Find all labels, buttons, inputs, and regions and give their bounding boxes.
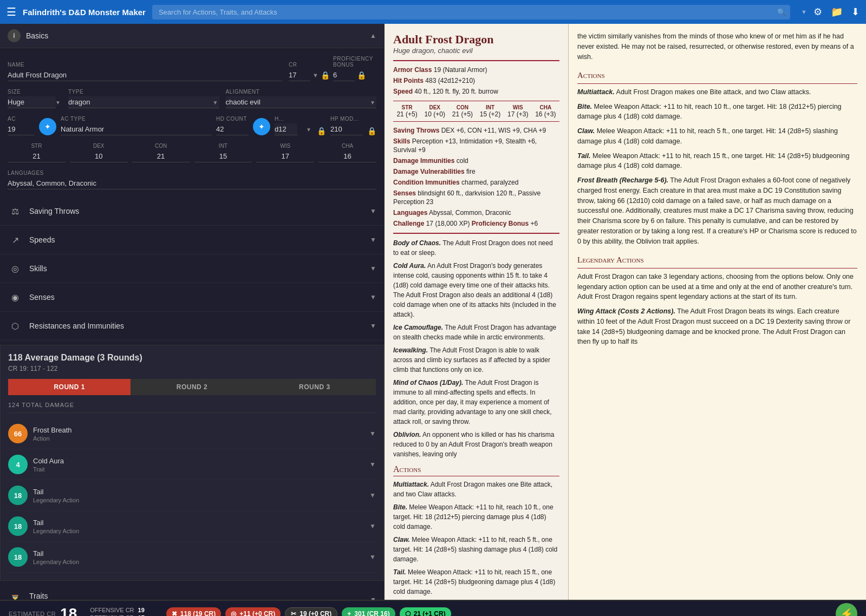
hp-mod-input[interactable] (330, 123, 363, 135)
dex-input[interactable] (70, 150, 128, 162)
cr-badge-1[interactable]: ◎+11 (+0 CR) (225, 607, 281, 616)
speeds-label: Speeds (29, 235, 55, 244)
settings-icon[interactable]: ⚙ (813, 6, 822, 18)
action-name-1: Cold Aura (33, 457, 364, 465)
sb-senses-text: Senses blindsight 60 ft., darkvision 120… (393, 189, 541, 206)
sb-ac-val: 19 (Natural Armor) (434, 66, 487, 74)
proficiency-input[interactable] (333, 69, 355, 81)
action-name-3: Tail (33, 519, 364, 527)
round1-tab[interactable]: ROUND 1 (8, 379, 131, 395)
cr-dropdown-icon[interactable]: ▼ (312, 72, 318, 78)
sb-saving-throws-text: Saving Throws DEX +6, CON +11, WIS +9, C… (393, 127, 546, 134)
skills-icon: ◎ (8, 261, 23, 276)
sb-stat-int: INT15 (+2) (480, 104, 500, 118)
action-row-0[interactable]: 66 Frost Breath Action ▼ (8, 418, 376, 449)
action-row-4[interactable]: 18 Tail Legendary Action ▼ (8, 542, 376, 573)
senses-icon: ◉ (8, 290, 23, 305)
ac-type-input[interactable] (61, 123, 212, 135)
basics-chevron-icon: ▲ (370, 32, 376, 40)
speeds-icon: ↗ (8, 232, 23, 247)
flavor-legendary-actions: Wing Attack (Costs 2 Actions). The Adult… (577, 306, 857, 347)
action-row-3[interactable]: 18 Tail Legendary Action ▼ (8, 511, 376, 542)
folder-icon[interactable]: 📁 (831, 6, 843, 18)
action-name-2: Tail (33, 488, 364, 496)
basics-title: Basics (26, 31, 48, 40)
alignment-select[interactable]: chaotic evillawful goodneutral (226, 96, 377, 108)
cr-badge-icon-4: ⬡ (405, 610, 411, 616)
skills-title: Skills (29, 264, 47, 273)
name-input[interactable] (8, 69, 282, 81)
action-row-2[interactable]: 18 Tail Legendary Action ▼ (8, 480, 376, 511)
sb-languages: Languages Abyssal, Common, Draconic (393, 208, 559, 218)
action-type-2: Legendary Action (33, 497, 364, 503)
action-type-4: Legendary Action (33, 559, 364, 565)
con-label: CON (132, 143, 190, 149)
cr-badge-2[interactable]: ✂19 (+0 CR) (285, 607, 337, 616)
action-info-3: Tail Legendary Action (33, 519, 364, 534)
collapsible-row-saving-throws[interactable]: ⚖ Saving Throws ▼ (0, 197, 384, 226)
hamburger-icon[interactable]: ☰ (6, 5, 16, 18)
action-row-1[interactable]: 4 Cold Aura Trait ▼ (8, 449, 376, 480)
collapsible-row-traits[interactable]: ⏳ Traits Always active passive abilities… (0, 585, 384, 600)
hd-wand-button[interactable]: ✦ (253, 118, 270, 135)
cr-badge-icon-3: + (347, 610, 351, 616)
speeds-chevron-icon: ▼ (370, 236, 376, 244)
round3-tab[interactable]: ROUND 3 (253, 379, 376, 395)
flavor-action-0: Multiattack. Adult Frost Dragon makes on… (577, 87, 857, 97)
hd-count-input[interactable] (216, 123, 249, 135)
action-chevron-3-icon: ▼ (369, 522, 376, 530)
cr-badge-text-1: +11 (+0 CR) (239, 610, 275, 616)
hp-mod-lock-icon[interactable]: 🔒 (367, 127, 376, 135)
basics-section-header[interactable]: i Basics ▲ (0, 24, 384, 48)
ac-input[interactable] (8, 123, 35, 135)
download-icon[interactable]: ⬇ (851, 6, 860, 18)
cr-badge-4[interactable]: ⬡21 (+1 CR) (400, 607, 451, 616)
hp-lock-icon[interactable]: 🔒 (317, 127, 326, 135)
senses-chevron-icon: ▼ (370, 293, 376, 301)
collapsible-row-senses[interactable]: ◉ Senses ▼ (0, 283, 384, 312)
action-type-3: Legendary Action (33, 528, 364, 534)
action-badge-2: 18 (8, 486, 28, 505)
dropdown-arrow-icon[interactable]: ▼ (801, 9, 807, 15)
sb-actions-title: Actions (393, 464, 559, 476)
cr-bar: ESTIMATED CR 18 OFFENSIVE CR 19 DEFENSIV… (0, 600, 866, 616)
sb-dmg-vuln: Damage Vulnerabilities fire (393, 167, 559, 176)
languages-input[interactable] (8, 178, 376, 189)
str-input[interactable] (8, 150, 66, 162)
collapsible-row-skills[interactable]: ◎ Skills ▼ (0, 254, 384, 283)
wis-input[interactable] (256, 150, 314, 162)
cr-badge-text-3: 301 (CR 16) (354, 610, 389, 616)
fab-button[interactable]: ⚡ (836, 603, 857, 616)
proficiency-lock-icon[interactable]: 🔒 (357, 71, 366, 80)
collapsible-row-resistances[interactable]: ⬡ Resistances and Immunities ▼ (0, 312, 384, 340)
sb-stat-con: CON21 (+5) (452, 104, 473, 118)
estimated-cr: ESTIMATED CR 18 (9, 605, 77, 616)
con-input[interactable] (132, 150, 190, 162)
proficiency-wrapper: 🔒 (333, 69, 376, 81)
cr-input[interactable] (289, 69, 310, 81)
collapsible-row-speeds[interactable]: ↗ Speeds ▼ (0, 226, 384, 254)
search-input[interactable] (152, 5, 790, 19)
type-select[interactable]: dragonbeasthumanoid (68, 96, 219, 108)
round2-tab[interactable]: ROUND 2 (131, 379, 253, 395)
search-wrapper: 🔍 (152, 5, 790, 19)
con-score: CON (132, 143, 190, 162)
cr-badge-3[interactable]: +301 (CR 16) (342, 607, 395, 616)
collapsible-left-skills: ◎ Skills (8, 261, 47, 276)
sb-trait-2: Ice Camouflage. The Adult Frost Dragon h… (393, 323, 559, 342)
size-select[interactable]: HugeTinySmall MediumLargeGargantuan (8, 96, 56, 108)
int-input[interactable] (194, 150, 252, 162)
cr-badge-0[interactable]: ✖118 (19 CR) (166, 607, 221, 616)
cr-lock-icon[interactable]: 🔒 (321, 71, 330, 80)
sb-dmg-immunities: Damage Immunities cold (393, 156, 559, 166)
ac-wand-button[interactable]: ✦ (39, 118, 56, 135)
sb-actions: Multiattack. Adult Frost Dragon makes on… (393, 480, 559, 600)
sb-stat-wis: WIS17 (+3) (507, 104, 528, 118)
languages-section: Languages (8, 170, 376, 189)
wis-label: WIS (256, 143, 314, 149)
size-field: Size HugeTinySmall MediumLargeGargantuan… (8, 89, 62, 108)
action-badge-4: 18 (8, 547, 28, 567)
hd-select[interactable]: d12d4d6d8d10d20 (275, 123, 297, 135)
cha-input[interactable] (318, 150, 376, 162)
alignment-label: Alignment (226, 89, 377, 95)
